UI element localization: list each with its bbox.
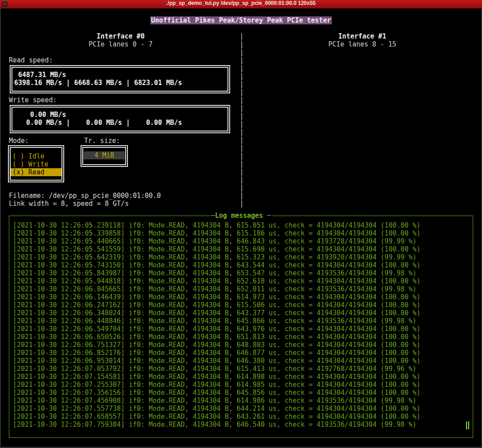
separator-char: | bbox=[239, 64, 244, 72]
transfer-size-field[interactable]: 4 MiB bbox=[84, 151, 125, 159]
separator-char: | bbox=[239, 168, 244, 176]
app-header: Unofficial Pikes Peak/Storey Peak PCIe t… bbox=[150, 16, 332, 24]
mode-radio-group: ( ) Idle( ) Write(x) Read bbox=[8, 145, 64, 182]
separator-char: | bbox=[239, 56, 244, 64]
log-line: [2021-10-30 12:26:07.356156] if0: Mode.R… bbox=[13, 389, 467, 397]
separator-char: | bbox=[239, 144, 244, 152]
separator-char: | bbox=[239, 104, 244, 112]
log-line: [2021-10-30 12:26:06.852176] if0: Mode.R… bbox=[13, 349, 467, 357]
separator-char: | bbox=[239, 184, 244, 192]
interface0-name: Interface #0 bbox=[1, 32, 240, 40]
separator-char: | bbox=[239, 72, 244, 80]
separator-char: | bbox=[239, 160, 244, 168]
separator-char: | bbox=[239, 88, 244, 96]
transfer-size-label: Tr. size: bbox=[84, 137, 120, 145]
device-filename: Filename: /dev/pp_sp_pcie_0000:01:00.0 bbox=[9, 192, 161, 200]
log-line: [2021-10-30 12:26:06.247162] if0: Mode.R… bbox=[13, 301, 467, 309]
window-title: ./pp_sp_demo_tui.py /dev/pp_sp_pcie_0000… bbox=[0, 0, 482, 8]
write-speed-box: 0.00 MB/s 0.00 MB/s | 0.00 MB/s | 0.00 M… bbox=[10, 105, 230, 133]
read-speed-stats: 6398.16 MB/s | 6668.63 MB/s | 6823.01 MB… bbox=[14, 79, 228, 87]
read-speed-current: 6487.31 MB/s bbox=[14, 71, 228, 79]
log-line: [2021-10-30 12:26:05.440665] if0: Mode.R… bbox=[13, 237, 467, 245]
separator-char: | bbox=[239, 152, 244, 160]
log-line: [2021-10-30 12:26:07.557738] if0: Mode.R… bbox=[13, 405, 467, 413]
log-line: [2021-10-30 12:26:05.743150] if0: Mode.R… bbox=[13, 261, 467, 269]
log-line: [2021-10-30 12:26:06.751327] if0: Mode.R… bbox=[13, 341, 467, 349]
log-line: [2021-10-30 12:26:05.239118] if0: Mode.R… bbox=[13, 221, 467, 229]
mode-label: Mode: bbox=[9, 137, 29, 145]
log-panel-title: Log messages bbox=[210, 212, 272, 220]
interface1-lanes: PCIe lanes 8 - 15 bbox=[245, 40, 479, 48]
column-separator: |||||||||||||||||||||| bbox=[239, 32, 244, 208]
interface0-header: Interface #0 PCIe lanes 0 - 7 bbox=[1, 32, 240, 48]
log-line: [2021-10-30 12:26:06.045665] if0: Mode.R… bbox=[13, 285, 467, 293]
log-line: [2021-10-30 12:26:07.255307] if0: Mode.R… bbox=[13, 381, 467, 389]
write-speed-current: 0.00 MB/s bbox=[14, 111, 228, 119]
separator-char: | bbox=[239, 48, 244, 56]
mode-option[interactable]: (x) Read bbox=[11, 168, 62, 176]
mode-option[interactable]: ( ) Write bbox=[11, 160, 62, 168]
log-line: [2021-10-30 12:26:07.759384] if0: Mode.R… bbox=[13, 421, 467, 429]
device-link-info: Link width = 8, speed = 8 GT/s bbox=[9, 200, 129, 208]
log-line: [2021-10-30 12:26:06.549704] if0: Mode.R… bbox=[13, 325, 467, 333]
window-titlebar[interactable]: ./pp_sp_demo_tui.py /dev/pp_sp_pcie_0000… bbox=[0, 0, 482, 8]
separator-char: | bbox=[239, 200, 244, 208]
transfer-size-box: 4 MiB bbox=[81, 145, 128, 167]
log-line: [2021-10-30 12:26:05.843987] if0: Mode.R… bbox=[13, 269, 467, 277]
log-line: [2021-10-30 12:26:07.154581] if0: Mode.R… bbox=[13, 373, 467, 381]
log-line: [2021-10-30 12:26:06.348024] if0: Mode.R… bbox=[13, 309, 467, 317]
separator-char: | bbox=[239, 80, 244, 88]
separator-char: | bbox=[239, 112, 244, 120]
separator-char: | bbox=[239, 120, 244, 128]
interface1-header: Interface #1 PCIe lanes 8 - 15 bbox=[245, 32, 479, 48]
log-panel: Log messages [2021-10-30 12:26:05.239118… bbox=[9, 216, 473, 438]
separator-char: | bbox=[239, 32, 244, 40]
mode-option[interactable]: ( ) Idle bbox=[11, 152, 62, 160]
separator-char: | bbox=[239, 192, 244, 200]
write-speed-stats: 0.00 MB/s | 0.00 MB/s | 0.00 MB/s bbox=[14, 119, 228, 127]
log-line: [2021-10-30 12:26:06.650526] if0: Mode.R… bbox=[13, 333, 467, 341]
log-line: [2021-10-30 12:26:05.541559] if0: Mode.R… bbox=[13, 245, 467, 253]
log-line: [2021-10-30 12:26:05.944818] if0: Mode.R… bbox=[13, 277, 467, 285]
read-speed-label: Read speed: bbox=[9, 56, 53, 64]
interface0-lanes: PCIe lanes 0 - 7 bbox=[1, 40, 240, 48]
log-line: [2021-10-30 12:26:06.146439] if0: Mode.R… bbox=[13, 293, 467, 301]
log-line: [2021-10-30 12:26:05.339858] if0: Mode.R… bbox=[13, 229, 467, 237]
separator-char: | bbox=[239, 136, 244, 144]
log-line: [2021-10-30 12:26:07.658557] if0: Mode.R… bbox=[13, 413, 467, 421]
separator-char: | bbox=[239, 40, 244, 48]
mode-options: ( ) Idle( ) Write(x) Read bbox=[11, 152, 62, 176]
app-window: ./pp_sp_demo_tui.py /dev/pp_sp_pcie_0000… bbox=[0, 0, 482, 448]
write-speed-label: Write speed: bbox=[9, 96, 57, 104]
log-line: [2021-10-30 12:26:07.053792] if0: Mode.R… bbox=[13, 365, 467, 373]
separator-char: | bbox=[239, 128, 244, 136]
log-line: [2021-10-30 12:26:06.448846] if0: Mode.R… bbox=[13, 317, 467, 325]
log-line: [2021-10-30 12:26:07.456908] if0: Mode.R… bbox=[13, 397, 467, 405]
separator-char: | bbox=[239, 176, 244, 184]
read-speed-box: 6487.31 MB/s 6398.16 MB/s | 6668.63 MB/s… bbox=[10, 65, 230, 93]
terminal: Unofficial Pikes Peak/Storey Peak PCIe t… bbox=[1, 8, 481, 447]
interface1-name: Interface #1 bbox=[245, 32, 479, 40]
log-line: [2021-10-30 12:26:05.642319] if0: Mode.R… bbox=[13, 253, 467, 261]
log-lines[interactable]: [2021-10-30 12:26:05.239118] if0: Mode.R… bbox=[13, 221, 467, 435]
log-scrollbar[interactable] bbox=[466, 421, 469, 429]
log-line: [2021-10-30 12:26:06.953014] if0: Mode.R… bbox=[13, 357, 467, 365]
separator-char: | bbox=[239, 96, 244, 104]
